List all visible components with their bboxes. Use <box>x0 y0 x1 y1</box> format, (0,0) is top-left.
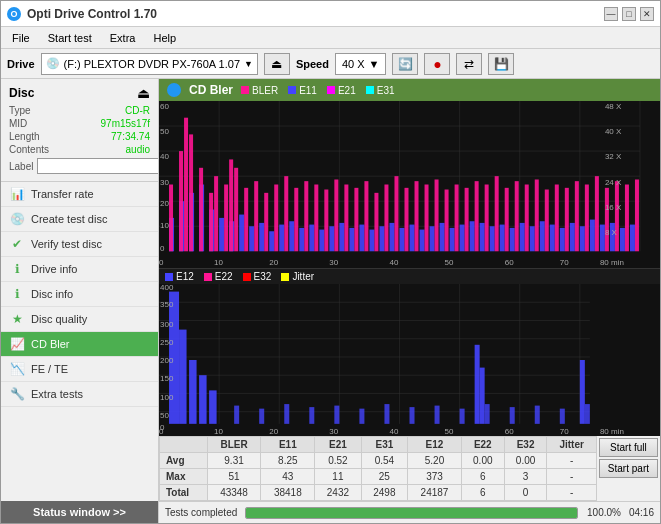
speed-dropdown[interactable]: 40 X ▼ <box>335 53 387 75</box>
svg-rect-92 <box>455 185 459 252</box>
minimize-button[interactable]: — <box>604 7 618 21</box>
svg-rect-33 <box>359 225 364 252</box>
svg-rect-35 <box>379 226 384 251</box>
svg-rect-105 <box>585 185 589 252</box>
disc-eject-icon[interactable]: ⏏ <box>137 85 150 101</box>
window-title: Opti Drive Control 1.70 <box>27 7 157 21</box>
sidebar-item-disc-quality[interactable]: ★ Disc quality <box>1 307 158 332</box>
nav-items: 📊 Transfer rate 💿 Create test disc ✔ Ver… <box>1 182 158 501</box>
main-content: Disc ⏏ Type CD-R MID 97m15s17f Length 77… <box>1 79 660 523</box>
sidebar-item-drive-info[interactable]: ℹ Drive info <box>1 257 158 282</box>
max-e21: 11 <box>315 469 361 485</box>
stats-table-wrapper: BLER E11 E21 E31 E12 E22 E32 Jitter <box>159 436 597 501</box>
close-button[interactable]: ✕ <box>640 7 654 21</box>
legend-e32-label: E32 <box>254 271 272 282</box>
status-window-button[interactable]: Status window >> <box>1 501 158 523</box>
sidebar-item-create-test-disc[interactable]: 💿 Create test disc <box>1 207 158 232</box>
col-header-e11: E11 <box>261 437 315 453</box>
menu-extra[interactable]: Extra <box>107 31 139 45</box>
row-avg-label: Avg <box>160 453 208 469</box>
svg-rect-48 <box>510 228 515 251</box>
col-header-e21: E21 <box>315 437 361 453</box>
sidebar-item-extra-tests[interactable]: 🔧 Extra tests <box>1 382 158 407</box>
disc-label-input[interactable] <box>37 158 159 174</box>
swap-button[interactable]: ⇄ <box>456 53 482 75</box>
svg-text:10: 10 <box>214 427 223 436</box>
disc-title: Disc <box>9 86 34 100</box>
sidebar-item-fe-te[interactable]: 📉 FE / TE <box>1 357 158 382</box>
eject-button[interactable]: ⏏ <box>264 53 290 75</box>
chart-title-bar: CD Bler BLER E11 E21 <box>159 79 660 101</box>
svg-rect-159 <box>384 404 389 424</box>
table-row-avg: Avg 9.31 8.25 0.52 0.54 5.20 0.00 0.00 - <box>160 453 597 469</box>
disc-contents-row: Contents audio <box>9 144 150 155</box>
menu-file[interactable]: File <box>9 31 33 45</box>
svg-text:40 X: 40 X <box>605 127 622 136</box>
legend-e21-dot <box>327 86 335 94</box>
stats-buttons: Start full Start part <box>597 436 660 501</box>
svg-rect-103 <box>565 188 569 251</box>
svg-rect-161 <box>435 406 440 424</box>
legend-e31: E31 <box>366 85 395 96</box>
menu-help[interactable]: Help <box>150 31 179 45</box>
svg-text:20: 20 <box>269 258 278 267</box>
svg-rect-79 <box>324 190 328 252</box>
svg-text:24 X: 24 X <box>605 178 622 187</box>
sidebar-item-disc-info[interactable]: ℹ Disc info <box>1 282 158 307</box>
sidebar-item-verify-test-disc[interactable]: ✔ Verify test disc <box>1 232 158 257</box>
start-part-button[interactable]: Start part <box>599 459 658 478</box>
legend-e11: E11 <box>288 85 317 96</box>
legend-e11-dot <box>288 86 296 94</box>
svg-text:60: 60 <box>160 102 169 111</box>
svg-rect-72 <box>254 181 258 251</box>
svg-rect-64 <box>189 134 193 251</box>
sidebar-item-transfer-rate[interactable]: 📊 Transfer rate <box>1 182 158 207</box>
svg-text:10: 10 <box>214 258 223 267</box>
legend-e31-dot <box>366 86 374 94</box>
svg-text:50: 50 <box>445 427 454 436</box>
legend-bler-label: BLER <box>252 85 278 96</box>
menu-start-test[interactable]: Start test <box>45 31 95 45</box>
drive-dropdown[interactable]: 💿 (F:) PLEXTOR DVDR PX-760A 1.07 ▼ <box>41 53 258 75</box>
speed-value: 40 X <box>342 58 365 70</box>
svg-rect-30 <box>329 226 334 251</box>
create-test-disc-icon: 💿 <box>9 212 25 226</box>
svg-text:50: 50 <box>160 127 169 136</box>
legend-e22: E22 <box>204 271 233 282</box>
disc-contents-value: audio <box>126 144 150 155</box>
avg-e32: 0.00 <box>504 453 547 469</box>
svg-rect-170 <box>580 360 585 424</box>
refresh-button[interactable]: 🔄 <box>392 53 418 75</box>
disc-mid-value: 97m15s17f <box>101 118 150 129</box>
sidebar-item-cd-bler[interactable]: 📈 CD Bler <box>1 332 158 357</box>
maximize-button[interactable]: □ <box>622 7 636 21</box>
svg-rect-90 <box>435 179 439 251</box>
svg-text:300: 300 <box>160 320 174 329</box>
svg-text:30: 30 <box>329 258 338 267</box>
svg-rect-99 <box>525 185 529 252</box>
start-full-button[interactable]: Start full <box>599 438 658 457</box>
avg-bler: 9.31 <box>207 453 261 469</box>
svg-rect-88 <box>415 181 419 251</box>
svg-rect-65 <box>199 168 203 252</box>
disc-type-value: CD-R <box>125 105 150 116</box>
svg-rect-59 <box>620 228 625 251</box>
svg-rect-25 <box>279 225 284 252</box>
avg-e22: 0.00 <box>461 453 504 469</box>
nav-label-transfer-rate: Transfer rate <box>31 188 94 200</box>
svg-rect-151 <box>199 375 207 424</box>
svg-rect-22 <box>249 226 254 251</box>
legend-e12: E12 <box>165 271 194 282</box>
svg-rect-100 <box>535 179 539 251</box>
svg-text:0: 0 <box>160 244 165 253</box>
svg-rect-157 <box>334 406 339 424</box>
col-header-e12: E12 <box>408 437 462 453</box>
svg-rect-23 <box>259 223 264 251</box>
lower-chart-svg: 400 350 300 250 200 150 100 50 0 0 10 <box>159 284 660 436</box>
svg-text:60: 60 <box>505 427 514 436</box>
svg-rect-97 <box>505 188 509 251</box>
red-icon-button[interactable]: ● <box>424 53 450 75</box>
save-button[interactable]: 💾 <box>488 53 514 75</box>
progress-percent: 100.0% <box>586 507 621 518</box>
table-row-max: Max 51 43 11 25 373 6 3 - <box>160 469 597 485</box>
